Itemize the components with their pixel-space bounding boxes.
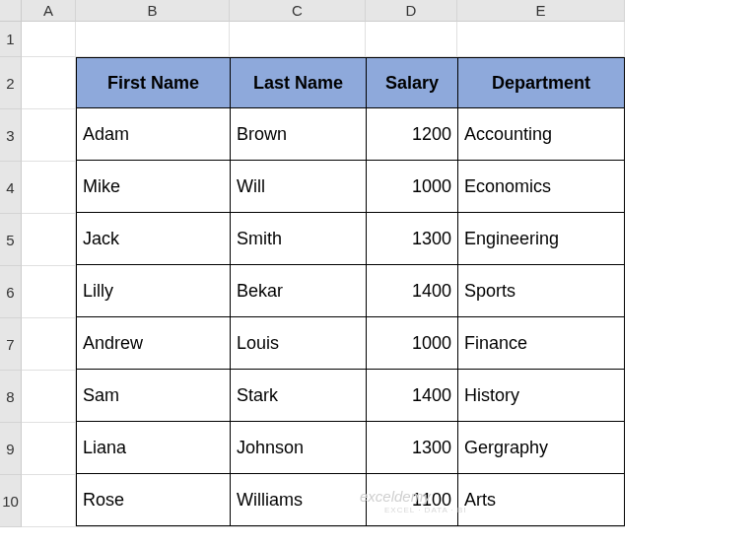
table-cell[interactable]: Sports xyxy=(457,265,625,317)
table-cell[interactable]: Brown xyxy=(230,108,366,161)
cell-a1[interactable] xyxy=(22,22,76,57)
table-cell[interactable]: 1400 xyxy=(366,265,457,317)
cell-a2[interactable] xyxy=(22,57,76,109)
header-department[interactable]: Department xyxy=(457,57,625,108)
table-cell[interactable]: Economics xyxy=(457,161,625,213)
table-cell[interactable]: Stark xyxy=(230,370,366,422)
row-header-2[interactable]: 2 xyxy=(0,57,22,109)
row-header-7[interactable]: 7 xyxy=(0,318,22,371)
row-header-9[interactable]: 9 xyxy=(0,423,22,475)
table-cell[interactable]: Accounting xyxy=(457,108,625,161)
col-header-d[interactable]: D xyxy=(366,0,457,22)
table-cell[interactable]: Liana xyxy=(76,422,230,474)
header-last-name[interactable]: Last Name xyxy=(230,57,366,108)
table-cell[interactable]: Mike xyxy=(76,161,230,213)
table-cell[interactable]: History xyxy=(457,370,625,422)
table-cell[interactable]: 1300 xyxy=(366,213,457,265)
col-header-e[interactable]: E xyxy=(457,0,625,22)
data-table-overlay: First Name Last Name Salary Department A… xyxy=(76,57,625,526)
table-cell[interactable]: Sam xyxy=(76,370,230,422)
cell-c1[interactable] xyxy=(230,22,366,57)
table-cell[interactable]: 1300 xyxy=(366,422,457,474)
col-header-a[interactable]: A xyxy=(22,0,76,22)
cell-a9[interactable] xyxy=(22,423,76,475)
col-header-b[interactable]: B xyxy=(76,0,230,22)
table-cell[interactable]: 1000 xyxy=(366,161,457,213)
row-header-1[interactable]: 1 xyxy=(0,22,22,57)
row-header-4[interactable]: 4 xyxy=(0,162,22,214)
row-header-10[interactable]: 10 xyxy=(0,475,22,527)
table-cell[interactable]: Gergraphy xyxy=(457,422,625,474)
table-cell[interactable]: 1100 xyxy=(366,474,457,526)
cell-a10[interactable] xyxy=(22,475,76,527)
header-first-name[interactable]: First Name xyxy=(76,57,230,108)
cell-e1[interactable] xyxy=(457,22,625,57)
cell-a7[interactable] xyxy=(22,318,76,371)
row-header-5[interactable]: 5 xyxy=(0,214,22,266)
table-cell[interactable]: Andrew xyxy=(76,317,230,370)
table-cell[interactable]: Smith xyxy=(230,213,366,265)
cell-a8[interactable] xyxy=(22,371,76,423)
cell-a3[interactable] xyxy=(22,109,76,162)
cell-b1[interactable] xyxy=(76,22,230,57)
table-cell[interactable]: Jack xyxy=(76,213,230,265)
table-cell[interactable]: Will xyxy=(230,161,366,213)
header-salary[interactable]: Salary xyxy=(366,57,457,108)
table-cell[interactable]: Adam xyxy=(76,108,230,161)
table-cell[interactable]: Bekar xyxy=(230,265,366,317)
table-cell[interactable]: Williams xyxy=(230,474,366,526)
cell-d1[interactable] xyxy=(366,22,457,57)
table-cell[interactable]: 1400 xyxy=(366,370,457,422)
table-cell[interactable]: Finance xyxy=(457,317,625,370)
cell-a6[interactable] xyxy=(22,266,76,318)
table-cell[interactable]: 1200 xyxy=(366,108,457,161)
table-cell[interactable]: Louis xyxy=(230,317,366,370)
table-cell[interactable]: Rose xyxy=(76,474,230,526)
table-cell[interactable]: Lilly xyxy=(76,265,230,317)
table-cell[interactable]: Johnson xyxy=(230,422,366,474)
select-all-corner[interactable] xyxy=(0,0,22,22)
table-cell[interactable]: 1000 xyxy=(366,317,457,370)
cell-a5[interactable] xyxy=(22,214,76,266)
row-header-3[interactable]: 3 xyxy=(0,109,22,162)
col-header-c[interactable]: C xyxy=(230,0,366,22)
cell-a4[interactable] xyxy=(22,162,76,214)
row-header-8[interactable]: 8 xyxy=(0,371,22,423)
table-cell[interactable]: Arts xyxy=(457,474,625,526)
table-cell[interactable]: Engineering xyxy=(457,213,625,265)
row-header-6[interactable]: 6 xyxy=(0,266,22,318)
